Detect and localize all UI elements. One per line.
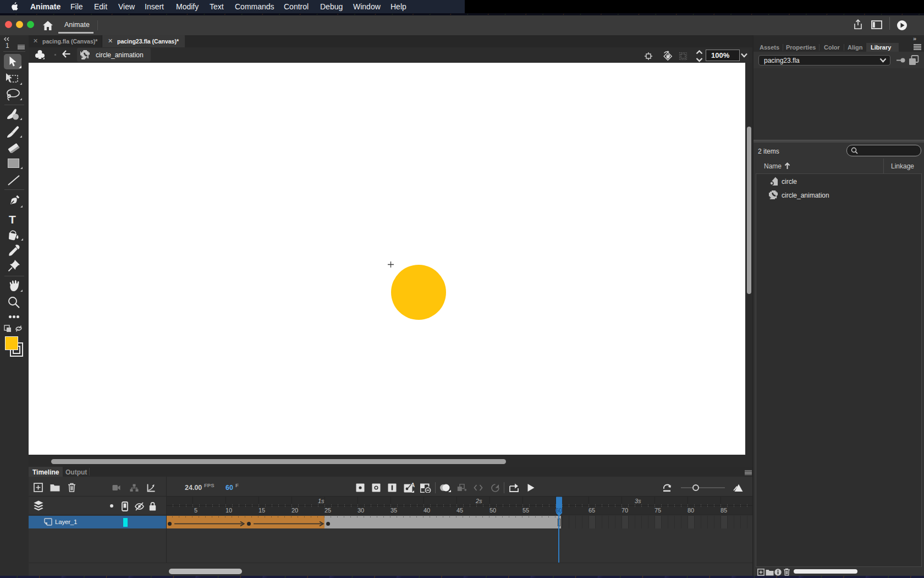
svg-text:A: A — [411, 482, 415, 488]
